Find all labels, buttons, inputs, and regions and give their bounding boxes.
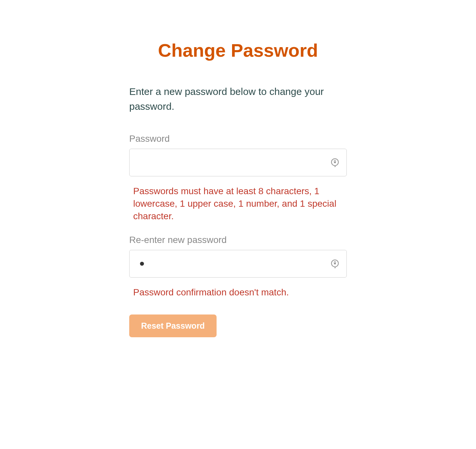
instruction-text: Enter a new password below to change you… (129, 84, 347, 114)
confirm-field-group: Re-enter new password Password confirmat… (129, 235, 347, 299)
svg-rect-3 (334, 263, 336, 264)
svg-rect-1 (334, 162, 336, 163)
password-error: Passwords must have at least 8 character… (129, 185, 347, 222)
password-label: Password (129, 134, 347, 144)
page-title: Change Password (129, 40, 347, 61)
confirm-label: Re-enter new password (129, 235, 347, 245)
reset-password-button[interactable]: Reset Password (129, 314, 217, 337)
confirm-input-wrapper (129, 250, 347, 278)
password-field-group: Password Passwords must have at least 8 … (129, 134, 347, 222)
lock-icon (330, 259, 340, 268)
lock-icon (330, 158, 340, 167)
confirm-error: Password confirmation doesn't match. (129, 286, 347, 299)
confirm-input[interactable] (129, 250, 347, 278)
password-input-wrapper (129, 149, 347, 176)
password-input[interactable] (129, 149, 347, 176)
